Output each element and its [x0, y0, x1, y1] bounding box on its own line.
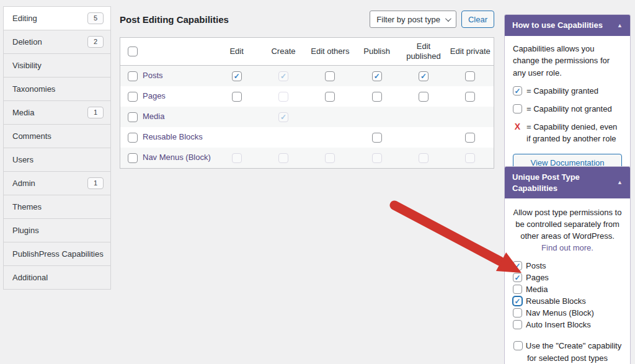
column-header-edit-others: Edit others	[307, 45, 353, 58]
sidebar-item-comments[interactable]: Comments	[4, 125, 110, 148]
sidebar-item-themes[interactable]: Themes	[4, 195, 110, 219]
main-content: Post Editing Capabilities Filter by post…	[120, 9, 494, 169]
table-row-pages: Pages	[120, 86, 494, 107]
sidebar-item-label: Deletion	[12, 37, 42, 47]
pages-edit-private-checkbox[interactable]	[465, 92, 475, 102]
nav-menus-block-edit-published-checkbox[interactable]	[419, 153, 429, 163]
option-checkbox-media[interactable]	[513, 285, 522, 294]
posts-edit-checkbox[interactable]	[232, 71, 242, 81]
posts-edit-private-checkbox[interactable]	[465, 71, 475, 81]
option-checkbox-pages[interactable]	[513, 273, 522, 282]
option-checkbox-posts[interactable]	[513, 261, 522, 270]
legend-item: X= Capability denied, even if granted by…	[513, 122, 622, 144]
count-badge: 2	[87, 36, 104, 48]
reusable-blocks-publish-checkbox[interactable]	[372, 133, 382, 143]
unique-intro-text: Allow post type permissions to be contro…	[513, 208, 622, 241]
clear-button[interactable]: Clear	[461, 11, 494, 28]
sidebar-item-visibility[interactable]: Visibility	[4, 54, 110, 78]
sidebar-item-label: Editing	[12, 14, 37, 23]
sidebar-item-plugins[interactable]: Plugins	[4, 219, 110, 242]
find-out-more-link[interactable]: Find out more.	[541, 243, 593, 252]
create-capability-checkbox[interactable]	[513, 341, 523, 350]
sidebar-item-label: Additional	[12, 273, 48, 282]
capability-cell	[213, 70, 260, 82]
sidebar-item-admin[interactable]: Admin1	[4, 172, 110, 195]
capability-cell	[400, 70, 446, 82]
posts-publish-checkbox[interactable]	[372, 71, 382, 81]
sidebar-item-taxonomies[interactable]: Taxonomies	[4, 78, 110, 101]
sidebar-item-deletion[interactable]: Deletion2	[4, 30, 110, 54]
nav-menus-block-edit-private-checkbox[interactable]	[465, 153, 475, 163]
collapse-arrow-icon[interactable]: ▲	[617, 179, 623, 186]
unique-post-type-panel: Unique Post Type Capabilities ▲ Allow po…	[504, 166, 631, 364]
create-capability-label: Use the "Create" capability for selected…	[526, 341, 621, 363]
pages-edit-others-checkbox[interactable]	[325, 92, 335, 102]
row-select-checkbox[interactable]	[128, 92, 138, 102]
collapse-arrow-icon[interactable]: ▲	[617, 22, 623, 29]
how-to-panel-header[interactable]: How to use Capabilities ▲	[505, 15, 630, 36]
nav-menus-block-create-checkbox[interactable]	[278, 153, 288, 163]
post-type-option-posts: Posts	[513, 260, 622, 272]
table-row-reusable-blocks: Reusable Blocks	[120, 127, 494, 148]
capabilities-table: EditCreateEdit othersPublishEdit publish…	[120, 37, 494, 169]
row-select-checkbox[interactable]	[128, 133, 138, 143]
post-type-link-reusable-blocks[interactable]: Reusable Blocks	[143, 132, 203, 142]
pages-publish-checkbox[interactable]	[372, 92, 382, 102]
sidebar-item-label: Admin	[12, 179, 35, 188]
sidebar-item-media[interactable]: Media1	[4, 101, 110, 125]
granted-checkbox-icon	[513, 86, 522, 95]
row-select-checkbox[interactable]	[128, 71, 138, 81]
unique-panel-title: Unique Post Type Capabilities	[512, 172, 612, 193]
sidebar-item-additional[interactable]: Additional	[4, 266, 110, 290]
select-all-checkbox[interactable]	[128, 47, 138, 56]
capability-cell	[353, 152, 400, 164]
posts-edit-published-checkbox[interactable]	[419, 71, 429, 81]
sidebar-item-editing[interactable]: Editing5	[4, 7, 110, 30]
denied-x-icon: X	[513, 122, 522, 132]
nav-menus-block-edit-checkbox[interactable]	[232, 153, 242, 163]
pages-create-checkbox[interactable]	[278, 92, 288, 102]
capability-cell	[400, 152, 446, 164]
sidebar-item-label: Visibility	[12, 61, 42, 70]
row-select-checkbox[interactable]	[128, 112, 138, 122]
capability-cell	[400, 136, 446, 139]
row-select-checkbox[interactable]	[128, 153, 138, 163]
pages-edit-published-checkbox[interactable]	[419, 92, 429, 102]
post-type-link-posts[interactable]: Posts	[143, 71, 163, 81]
option-checkbox-auto-insert-blocks[interactable]	[513, 320, 522, 329]
option-checkbox-nav-menus-block[interactable]	[513, 308, 522, 317]
post-type-options: PostsPagesMediaReusable BlocksNav Menus …	[513, 260, 622, 331]
option-label: Pages	[526, 273, 549, 282]
table-row-posts: Posts	[120, 66, 494, 86]
capability-cell	[400, 116, 446, 118]
capability-cell	[213, 136, 260, 139]
unique-panel-header[interactable]: Unique Post Type Capabilities ▲	[505, 167, 630, 198]
post-type-link-nav-menus-block[interactable]: Nav Menus (Block)	[143, 153, 211, 162]
capability-cell	[260, 136, 306, 139]
column-header-create: Create	[260, 45, 306, 58]
nav-menus-block-edit-others-checkbox[interactable]	[325, 153, 335, 163]
sidebar-item-label: Taxonomies	[12, 84, 55, 94]
sidebar-item-users[interactable]: Users	[4, 148, 110, 172]
sidebar-item-label: Themes	[12, 202, 42, 211]
post-type-option-nav-menus-block: Nav Menus (Block)	[513, 307, 622, 319]
filter-by-post-type-select[interactable]: Filter by post type	[370, 11, 456, 28]
capability-cell	[400, 91, 446, 103]
how-to-intro: Capabilities allows you change the permi…	[513, 43, 622, 79]
reusable-blocks-edit-private-checkbox[interactable]	[465, 133, 475, 143]
sidebar-item-publishpress-capabilities[interactable]: PublishPress Capabilities	[4, 242, 110, 266]
media-create-checkbox[interactable]	[278, 112, 288, 122]
pages-edit-checkbox[interactable]	[232, 92, 242, 102]
column-header-edit: Edit	[213, 45, 260, 58]
post-type-link-pages[interactable]: Pages	[143, 91, 166, 101]
nav-menus-block-publish-checkbox[interactable]	[372, 153, 382, 163]
capability-cell	[353, 91, 400, 103]
post-type-link-media[interactable]: Media	[143, 112, 164, 122]
option-checkbox-reusable-blocks[interactable]	[513, 296, 522, 306]
table-row-media: Media	[120, 107, 494, 127]
posts-create-checkbox[interactable]	[278, 71, 288, 81]
post-type-option-pages: Pages	[513, 272, 622, 283]
posts-edit-others-checkbox[interactable]	[325, 71, 335, 81]
legend-item: = Capability not granted	[513, 104, 622, 115]
option-label: Posts	[526, 261, 546, 270]
